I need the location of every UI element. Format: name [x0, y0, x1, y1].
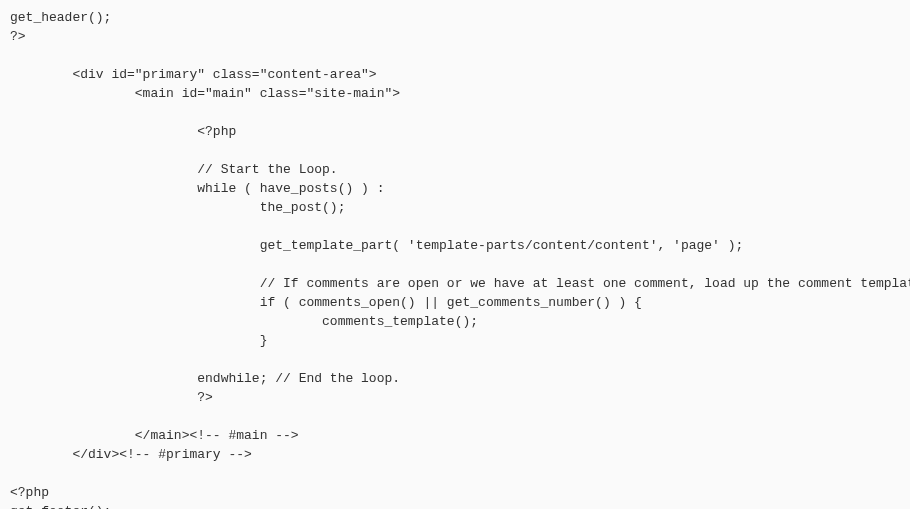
- code-block: get_header(); ?> <div id="primary" class…: [0, 0, 910, 509]
